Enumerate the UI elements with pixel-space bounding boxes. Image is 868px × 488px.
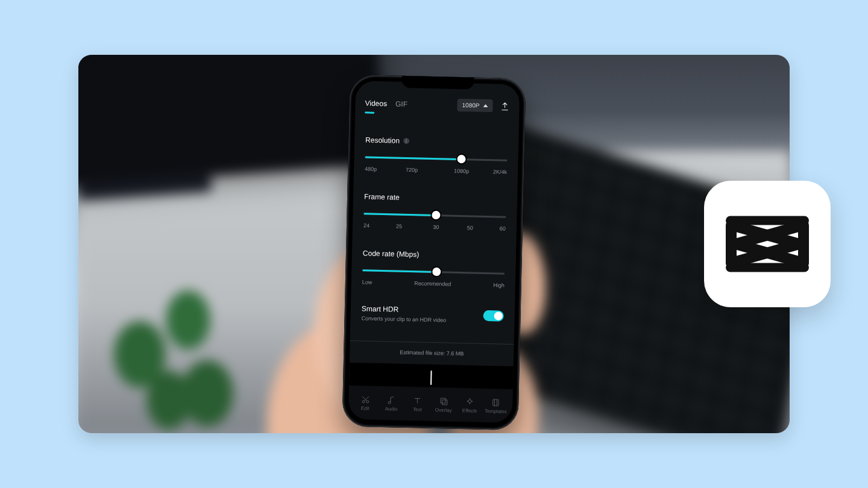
tabs: Videos GIF bbox=[365, 99, 407, 108]
coderate-label: Code rate (Mbps) bbox=[363, 249, 505, 260]
text-icon bbox=[413, 396, 423, 405]
smart-hdr-text: Smart HDR Converts your clip to an HDR v… bbox=[361, 304, 446, 323]
coderate-ticks: Low Recommended High bbox=[362, 279, 505, 288]
playhead-icon bbox=[430, 371, 432, 385]
info-icon[interactable]: i bbox=[403, 138, 409, 144]
coderate-slider[interactable] bbox=[362, 268, 505, 276]
scene-card: Videos GIF 1080P Resolution i bbox=[78, 55, 790, 433]
nav-templates[interactable]: Templates bbox=[483, 397, 508, 414]
framerate-row: Frame rate 24 25 30 50 60 bbox=[363, 192, 506, 233]
nav-audio[interactable]: Audio bbox=[379, 395, 404, 412]
nav-overlay[interactable]: Overlay bbox=[432, 396, 456, 413]
estimate-text: Estimated file size: 7.6 MB bbox=[360, 348, 503, 357]
templates-icon bbox=[491, 398, 500, 407]
smart-hdr-row: Smart HDR Converts your clip to an HDR v… bbox=[361, 304, 504, 324]
toggle-knob bbox=[494, 311, 502, 320]
sparkle-icon bbox=[465, 397, 474, 407]
resolution-label: Resolution i bbox=[365, 136, 508, 147]
resolution-pill-label: 1080P bbox=[462, 102, 480, 109]
capcut-app-badge bbox=[704, 181, 831, 307]
app-screen: Videos GIF 1080P Resolution i bbox=[348, 81, 520, 423]
music-note-icon bbox=[386, 395, 396, 405]
settings-panel: Resolution i 480p 720p 1080p 2K/4k bbox=[348, 114, 519, 423]
phone-frame: Videos GIF 1080P Resolution i bbox=[342, 75, 526, 430]
svg-rect-2 bbox=[441, 398, 445, 402]
scissors-icon bbox=[360, 395, 370, 404]
overlay-icon bbox=[439, 396, 448, 406]
coderate-slider-thumb bbox=[432, 267, 441, 276]
svg-rect-4 bbox=[493, 399, 499, 405]
phone-notch bbox=[401, 76, 474, 90]
tab-videos[interactable]: Videos bbox=[365, 99, 387, 108]
resolution-row: Resolution i 480p 720p 1080p 2K/4k bbox=[365, 136, 508, 176]
nav-effects[interactable]: Effects bbox=[458, 396, 482, 413]
resolution-slider[interactable] bbox=[365, 155, 507, 163]
framerate-slider-thumb bbox=[432, 211, 441, 219]
export-icon[interactable] bbox=[500, 101, 509, 111]
chevron-up-icon bbox=[483, 104, 488, 107]
framerate-ticks: 24 25 30 50 60 bbox=[363, 222, 506, 233]
framerate-label: Frame rate bbox=[364, 192, 506, 204]
resolution-slider-thumb bbox=[458, 155, 466, 163]
divider bbox=[350, 340, 514, 345]
coderate-row: Code rate (Mbps) Low Recommended High bbox=[362, 249, 505, 288]
resolution-pill[interactable]: 1080P bbox=[457, 99, 492, 112]
nav-edit[interactable]: Edit bbox=[353, 395, 378, 411]
tab-gif[interactable]: GIF bbox=[395, 99, 407, 108]
smart-hdr-toggle[interactable] bbox=[483, 310, 503, 322]
smart-hdr-sub: Converts your clip to an HDR video bbox=[361, 315, 446, 323]
svg-rect-3 bbox=[442, 399, 447, 404]
capcut-logo-icon bbox=[722, 211, 813, 277]
nav-text[interactable]: Text bbox=[405, 395, 430, 412]
bottom-nav: Edit Audio Text Overlay Effects bbox=[348, 386, 513, 423]
framerate-slider[interactable] bbox=[363, 211, 506, 219]
resolution-ticks: 480p 720p 1080p 2K/4k bbox=[365, 166, 507, 176]
smart-hdr-title: Smart HDR bbox=[362, 304, 447, 314]
